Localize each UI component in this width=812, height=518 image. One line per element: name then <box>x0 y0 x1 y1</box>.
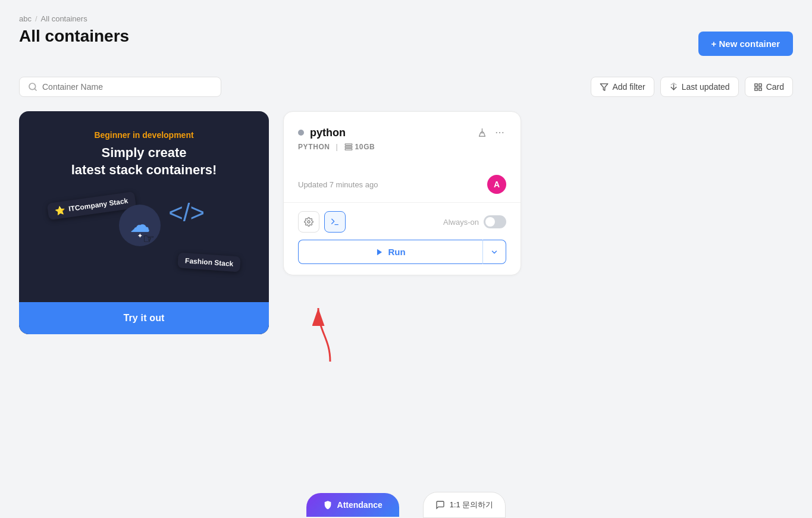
breadcrumb-separator: / <box>35 14 37 23</box>
breadcrumb-current: All containers <box>41 14 87 23</box>
more-icon <box>494 127 505 138</box>
svg-point-10 <box>502 132 503 133</box>
chevron-down-icon <box>490 248 499 256</box>
terminal-icon <box>330 217 340 227</box>
code-tag-icon: </> <box>168 199 205 227</box>
always-on-row: Always-on <box>443 215 506 228</box>
card-meta: PYTHON | 10GB <box>298 143 506 151</box>
svg-rect-5 <box>758 83 761 86</box>
svg-marker-16 <box>377 249 382 255</box>
support-pill[interactable]: 1:1 문의하기 <box>423 492 506 518</box>
updated-text: Updated 7 minutes ago <box>298 180 378 189</box>
promo-subtitle: Beginner in development <box>94 130 193 140</box>
run-play-icon <box>375 248 384 256</box>
svg-point-14 <box>308 221 310 223</box>
promo-title: Simply createlatest stack containers! <box>71 145 217 178</box>
svg-rect-13 <box>345 149 352 150</box>
attendance-pill[interactable]: Attendance <box>306 493 399 517</box>
run-dropdown-button[interactable] <box>482 240 506 264</box>
run-row: Run <box>298 240 506 264</box>
language-label: PYTHON <box>298 143 330 151</box>
sort-icon <box>669 83 678 92</box>
red-arrow-annotation <box>300 296 348 368</box>
svg-rect-4 <box>755 83 757 86</box>
search-input[interactable] <box>42 82 212 92</box>
svg-line-1 <box>35 89 36 90</box>
search-wrapper <box>19 77 221 97</box>
page-title: All containers <box>19 27 129 46</box>
svg-point-9 <box>499 132 500 133</box>
grid-icon <box>754 83 763 92</box>
last-updated-button[interactable]: Last updated <box>660 77 739 97</box>
more-options-button[interactable] <box>493 126 506 139</box>
storage-icon <box>344 143 353 151</box>
python-container-card: python PYTHON | <box>283 111 521 275</box>
try-it-out-button[interactable]: Try it out <box>19 302 269 334</box>
chat-icon <box>435 500 445 510</box>
breadcrumb: abc / All containers <box>19 14 793 23</box>
new-container-button[interactable]: + New container <box>698 32 793 56</box>
settings-icon <box>304 217 313 227</box>
card-actions <box>476 126 506 139</box>
card-toolbar <box>298 211 346 233</box>
storage-info: 10GB <box>344 143 375 151</box>
bottom-bar: Attendance 1:1 문의하기 <box>306 492 506 518</box>
pin-icon <box>477 128 487 138</box>
card-footer-row: Updated 7 minutes ago A <box>298 175 506 194</box>
filter-row: Add filter Last updated Card <box>591 77 793 97</box>
always-on-toggle[interactable] <box>484 215 506 228</box>
status-dot <box>298 130 304 136</box>
pin-button[interactable] <box>476 127 488 139</box>
always-on-label: Always-on <box>443 218 479 227</box>
svg-rect-6 <box>755 87 757 90</box>
run-button[interactable]: Run <box>298 240 482 264</box>
avatar: A <box>487 175 506 194</box>
svg-rect-7 <box>758 87 761 90</box>
cursor-icon: ☞ <box>143 231 155 247</box>
add-filter-button[interactable]: Add filter <box>591 77 654 97</box>
card-header: python <box>298 126 506 139</box>
fashion-stack-badge: Fashion Stack <box>177 253 241 272</box>
svg-rect-11 <box>345 144 352 145</box>
container-name: python <box>310 127 346 139</box>
svg-marker-2 <box>601 83 609 90</box>
terminal-icon-button[interactable] <box>324 211 346 233</box>
settings-icon-button[interactable] <box>298 211 319 233</box>
meta-separator: | <box>336 143 338 151</box>
svg-point-8 <box>496 132 497 133</box>
shield-icon <box>323 500 333 510</box>
card-title-row: python <box>298 127 346 139</box>
search-icon <box>28 82 37 92</box>
filter-icon <box>600 83 609 92</box>
breadcrumb-parent: abc <box>19 14 32 23</box>
promo-illustration: ⭐ ITCompany Stack ☁ ✦ </> ☞ Fashion Stac… <box>36 193 252 288</box>
svg-rect-12 <box>345 146 352 147</box>
card-view-button[interactable]: Card <box>745 77 793 97</box>
promo-card: Beginner in development Simply createlat… <box>19 111 269 334</box>
